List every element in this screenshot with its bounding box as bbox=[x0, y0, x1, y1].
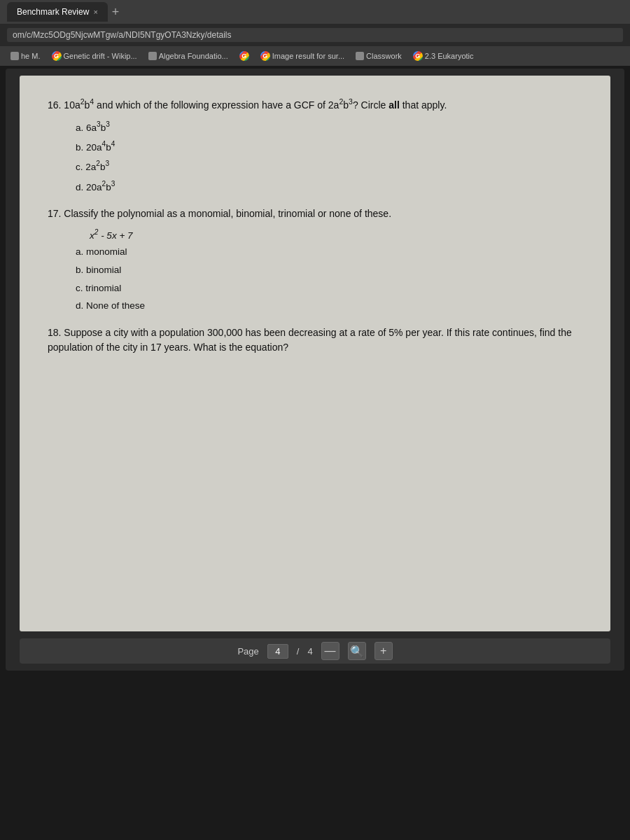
bookmark-classwork[interactable]: Classwork bbox=[351, 50, 407, 62]
bookmarks-bar: he M. G Genetic drift - Wikip... Algebra… bbox=[0, 46, 630, 66]
tab-bar: Benchmark Review × + bbox=[7, 2, 623, 22]
tab-close-button[interactable]: × bbox=[93, 8, 97, 16]
q16-number: 16. bbox=[48, 99, 61, 111]
q16-option-d: d. 20a2b3 bbox=[76, 179, 582, 194]
q16-option-c: c. 2a2b3 bbox=[76, 159, 582, 174]
q17-option-b: b. binomial bbox=[76, 264, 582, 277]
google-icon: G bbox=[260, 51, 270, 61]
zoom-in-button[interactable]: + bbox=[374, 642, 393, 660]
zoom-out-button[interactable]: — bbox=[321, 642, 340, 660]
question-16-text: 16. 10a2b4 and which of the following ex… bbox=[48, 97, 582, 113]
q16-option-b: b. 20a4b4 bbox=[76, 139, 582, 154]
bookmark-label: Algebra Foundatio... bbox=[159, 52, 228, 60]
question-17: 17. Classify the polynomial as a monomia… bbox=[48, 206, 582, 313]
page-toolbar: Page / 4 — 🔍 + bbox=[20, 638, 610, 664]
bookmark-label: Image result for sur... bbox=[272, 52, 344, 60]
bookmark-page-icon bbox=[356, 52, 364, 60]
q17-option-a: a. monomial bbox=[76, 246, 582, 259]
question-17-text: 17. Classify the polynomial as a monomia… bbox=[48, 206, 582, 221]
q17-expression: x2 - 5x + 7 bbox=[90, 228, 582, 241]
google-icon: G bbox=[239, 51, 249, 61]
new-tab-button[interactable]: + bbox=[112, 5, 120, 20]
bookmark-label: Classwork bbox=[366, 52, 402, 60]
address-bar bbox=[0, 24, 630, 46]
bookmark-label: he M. bbox=[21, 52, 41, 60]
active-tab[interactable]: Benchmark Review × bbox=[7, 2, 108, 22]
question-18: 18. Suppose a city with a population 300… bbox=[48, 326, 582, 355]
document-area: 16. 10a2b4 and which of the following ex… bbox=[20, 76, 610, 631]
tab-title: Benchmark Review bbox=[17, 7, 89, 17]
q17-option-d: d. None of these bbox=[76, 300, 582, 313]
page-slash: / bbox=[297, 646, 300, 657]
current-page-input[interactable] bbox=[267, 644, 288, 659]
bookmark-g3[interactable]: G bbox=[234, 50, 254, 62]
total-pages: 4 bbox=[307, 646, 312, 657]
q17-option-c: c. trinomial bbox=[76, 282, 582, 295]
bookmark-page-icon bbox=[148, 52, 157, 60]
bookmark-hem[interactable]: he M. bbox=[6, 50, 46, 62]
question-16: 16. 10a2b4 and which of the following ex… bbox=[48, 97, 582, 194]
bookmark-genetic-drift[interactable]: G Genetic drift - Wikip... bbox=[47, 50, 142, 62]
q16-option-a: a. 6a3b3 bbox=[76, 120, 582, 134]
bookmark-label: Genetic drift - Wikip... bbox=[64, 52, 137, 60]
page-label: Page bbox=[237, 646, 258, 657]
browser-titlebar: Benchmark Review × + bbox=[0, 0, 630, 24]
google-icon: G bbox=[52, 51, 62, 61]
question-18-text: 18. Suppose a city with a population 300… bbox=[48, 326, 582, 355]
q18-number: 18. bbox=[48, 327, 61, 338]
address-input[interactable] bbox=[7, 28, 623, 42]
bookmark-label: 2.3 Eukaryotic bbox=[425, 52, 474, 60]
search-button[interactable]: 🔍 bbox=[348, 642, 366, 660]
bookmark-eukaryotic[interactable]: G 2.3 Eukaryotic bbox=[408, 50, 479, 62]
bookmark-image-result[interactable]: G Image result for sur... bbox=[255, 50, 349, 62]
q17-number: 17. bbox=[48, 208, 61, 219]
bookmark-algebra[interactable]: Algebra Foundatio... bbox=[144, 50, 233, 62]
page-content: 16. 10a2b4 and which of the following ex… bbox=[6, 69, 624, 671]
bookmark-page-icon bbox=[10, 52, 19, 60]
google-icon: G bbox=[413, 51, 423, 61]
